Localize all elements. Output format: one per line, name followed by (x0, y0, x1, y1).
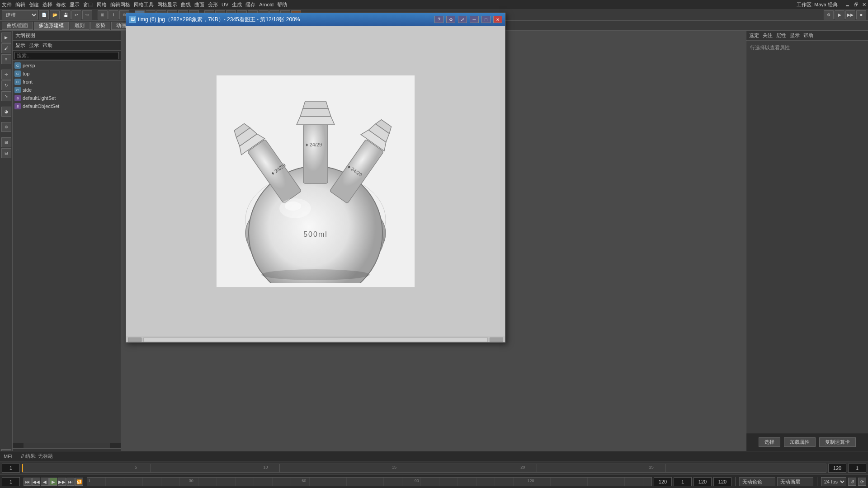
outliner-menu-display[interactable]: 显示 (15, 42, 25, 49)
select-btn-attr[interactable]: 选择 (759, 437, 780, 447)
show-manip-tool[interactable]: ⊕ (1, 122, 11, 132)
goto-end-btn[interactable]: ⏭ (66, 478, 75, 486)
rotate-tool[interactable]: ↻ (1, 80, 11, 90)
menu-arnold[interactable]: Arnold (259, 2, 274, 7)
playback-controls: 1 ⏮ ◀◀ ◀ ▶ ▶▶ ⏭ 🔁 1 30 60 90 120 120 1 1… (0, 475, 868, 488)
menu-edit[interactable]: 编辑 (15, 1, 25, 8)
icon-restore[interactable]: 🗗 (854, 2, 859, 7)
copy-tab-btn[interactable]: 复制运算卡 (819, 437, 856, 447)
tab-curves[interactable]: 曲线/面面 (2, 22, 33, 30)
move-tool[interactable]: ✛ (1, 70, 11, 80)
icon-minimize[interactable]: 🗕 (845, 2, 850, 7)
outliner-menu-show[interactable]: 显示 (29, 42, 39, 49)
menu-curves[interactable]: 曲线 (181, 1, 191, 8)
current-frame-2[interactable]: 1 (674, 477, 692, 486)
step-back-btn[interactable]: ◀◀ (32, 478, 40, 486)
new-scene-btn[interactable]: 📄 (39, 10, 49, 19)
attr-menu-focus[interactable]: 关注 (763, 32, 773, 39)
secondary-frame[interactable]: 120 (693, 477, 712, 486)
search-input[interactable] (14, 52, 119, 59)
play-back-btn[interactable]: ◀ (41, 478, 49, 486)
attr-menu-select[interactable]: 选定 (749, 32, 759, 39)
fps-selector[interactable]: 24 fps 30 fps 60 fps (821, 477, 846, 486)
attr-menu-display[interactable]: 显示 (790, 32, 800, 39)
menu-deform[interactable]: 变形 (208, 1, 218, 8)
menu-display[interactable]: 显示 (70, 1, 80, 8)
step-fwd-btn[interactable]: ▶▶ (58, 478, 66, 486)
viewer-maximize-btn[interactable]: □ (481, 16, 491, 23)
loop-btn[interactable]: 🔁 (75, 478, 83, 486)
menu-uv[interactable]: UV (222, 2, 228, 7)
render-btn[interactable]: ▶ (835, 10, 844, 19)
outliner-item-top[interactable]: C top (13, 70, 121, 78)
viewer-settings-btn[interactable]: ⚙ (446, 16, 455, 23)
outliner-header: 大纲视图 (13, 31, 121, 41)
outliner-item-defaultlightset[interactable]: S defaultLightSet (13, 94, 121, 102)
grid-btn[interactable]: ⊞ (1, 137, 11, 147)
grid2-btn[interactable]: ⊟ (1, 148, 11, 158)
viewer-help-btn[interactable]: ? (434, 16, 443, 23)
tab-poly[interactable]: 多边形建模 (34, 22, 69, 30)
current-frame[interactable]: 1 (848, 464, 866, 473)
redo-btn[interactable]: ↪ (82, 10, 92, 19)
select-tool[interactable]: ▶ (1, 33, 11, 42)
save-btn[interactable]: 💾 (61, 10, 71, 19)
outliner-item-persp[interactable]: C persp (13, 61, 121, 70)
timeline-start[interactable]: 1 (2, 464, 20, 473)
svg-text:♦ 24/29: ♦ 24/29 (306, 142, 322, 147)
viewer-minimize-btn[interactable]: ─ (470, 16, 479, 23)
menu-window[interactable]: 窗口 (83, 1, 93, 8)
viewer-close-btn[interactable]: ✕ (493, 16, 502, 23)
menu-surface[interactable]: 曲面 (194, 1, 204, 8)
timeline-end[interactable]: 120 (828, 464, 846, 473)
icon-close[interactable]: ✕ (862, 2, 866, 8)
attr-editor-content: 行选择以查看属性 (746, 41, 868, 433)
load-attr-btn[interactable]: 加载属性 (784, 437, 816, 447)
render-stop-btn[interactable]: ■ (856, 10, 866, 19)
undo-btn[interactable]: ↩ (71, 10, 81, 19)
timeline-track[interactable]: 5 10 15 20 25 (22, 464, 826, 473)
outliner-search (13, 51, 121, 61)
camera-icon-top: C (14, 70, 21, 77)
menu-modify[interactable]: 修改 (56, 1, 66, 8)
render-seq-btn[interactable]: ▶▶ (845, 10, 855, 19)
range-start[interactable]: 1 (2, 477, 20, 486)
outliner-item-side[interactable]: C side (13, 86, 121, 94)
paint-tool[interactable]: 🖌 (1, 43, 11, 53)
outliner-item-front[interactable]: C front (13, 78, 121, 86)
snap-curve-btn[interactable]: ⌇ (108, 10, 118, 19)
menu-mesh[interactable]: 网格 (97, 1, 107, 8)
menu-select[interactable]: 选择 (42, 1, 52, 8)
svg-text:500ml: 500ml (303, 230, 328, 238)
play-btn[interactable]: ▶ (49, 478, 57, 486)
attr-menu-help[interactable]: 帮助 (803, 32, 813, 39)
menu-mesh-tools[interactable]: 网格工具 (134, 1, 154, 8)
render-settings-btn[interactable]: ⚙ (824, 10, 834, 19)
color-mode-label[interactable]: 无动色色 (742, 479, 762, 485)
menu-generate[interactable]: 生成 (232, 1, 242, 8)
anim-layer-label[interactable]: 无动画层 (780, 479, 800, 485)
attr-menu-layer[interactable]: 层性 (776, 32, 786, 39)
menu-create[interactable]: 创建 (29, 1, 39, 8)
snap-grid-btn[interactable]: ⊞ (98, 10, 108, 19)
outliner-item-defaultobjectset[interactable]: S defaultObjectSet (13, 102, 121, 110)
soft-select-tool[interactable]: ◕ (1, 107, 11, 117)
open-btn[interactable]: 📂 (50, 10, 60, 19)
viewer-expand-btn[interactable]: ⤢ (458, 16, 467, 23)
menu-file[interactable]: 文件 (2, 1, 12, 8)
tab-pose[interactable]: 姿势 (90, 22, 110, 30)
mode-dropdown[interactable]: 建模 (2, 10, 38, 19)
menu-mesh-display[interactable]: 网格显示 (157, 1, 177, 8)
goto-start-btn[interactable]: ⏮ (24, 478, 32, 486)
range-end[interactable]: 120 (654, 477, 672, 486)
lasso-tool[interactable]: ⌗ (1, 54, 11, 64)
cycle-btn[interactable]: ⟳ (858, 478, 866, 486)
outliner-menu-help[interactable]: 帮助 (42, 42, 52, 49)
tertiary-frame[interactable]: 120 (713, 477, 731, 486)
refresh-btn[interactable]: ↺ (848, 478, 856, 486)
menu-edit-mesh[interactable]: 编辑网格 (110, 1, 130, 8)
menu-help[interactable]: 帮助 (277, 1, 287, 8)
tab-sculpt[interactable]: 雕刻 (70, 22, 90, 30)
menu-cache[interactable]: 缓存 (245, 1, 255, 8)
scale-tool[interactable]: ⤡ (1, 91, 11, 101)
